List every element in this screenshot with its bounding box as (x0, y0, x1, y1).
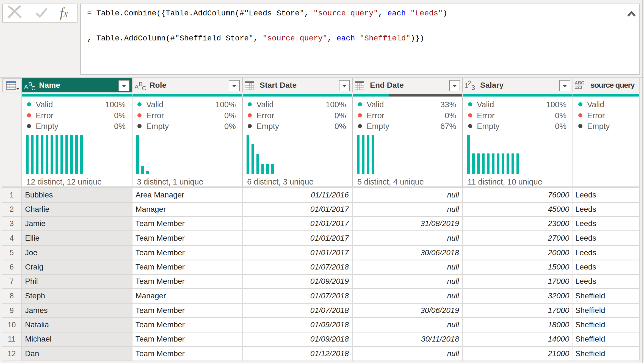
svg-text:C: C (142, 85, 146, 91)
svg-text:3: 3 (471, 84, 475, 91)
svg-text:A: A (135, 83, 139, 90)
svg-text:A: A (24, 83, 28, 90)
svg-text:123: 123 (575, 85, 582, 89)
svg-text:2: 2 (468, 80, 471, 87)
svg-text:C: C (31, 85, 36, 91)
svg-text:ABC: ABC (575, 81, 584, 85)
